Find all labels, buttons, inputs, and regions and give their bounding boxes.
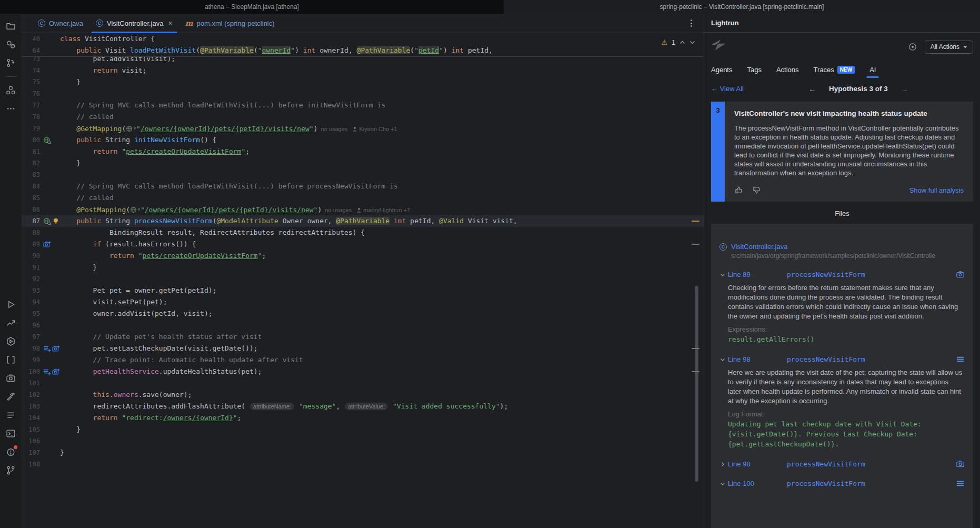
snapshot-camera-icon[interactable] bbox=[956, 460, 965, 469]
code-text[interactable]: public String processNewVisitForm(@Model… bbox=[60, 215, 704, 227]
tab-pom-xml[interactable]: m pom.xml (spring-petclinic) bbox=[179, 14, 281, 33]
line-number[interactable]: 95 bbox=[22, 308, 40, 320]
build-icon[interactable] bbox=[4, 390, 18, 403]
logpoint-icon[interactable] bbox=[43, 345, 51, 353]
code-text[interactable]: Pet pet = owner.getPet(petId); bbox=[60, 285, 704, 296]
code-line-95[interactable]: 95 owner.addVisit(petId, visit); bbox=[22, 308, 704, 320]
bookmarks-icon[interactable] bbox=[4, 353, 18, 366]
code-text[interactable]: } bbox=[60, 424, 704, 435]
code-text[interactable]: BindingResult result, RedirectAttributes… bbox=[60, 227, 704, 238]
prev-hypothesis-icon[interactable]: ← bbox=[808, 84, 816, 93]
line-number[interactable]: 78 bbox=[22, 111, 40, 123]
line-number[interactable]: 79 bbox=[22, 123, 40, 134]
code-text[interactable]: return "redirect:/owners/{ownerId}"; bbox=[60, 412, 704, 424]
code-text[interactable]: @GetMapping(∨"/owners/{ownerId}/pets/{pe… bbox=[60, 123, 704, 134]
code-text[interactable]: // called bbox=[60, 111, 704, 123]
line-number[interactable]: 80 bbox=[22, 134, 40, 146]
sticky-line-40[interactable]: 40class VisitController { bbox=[22, 33, 704, 45]
tab-options-icon[interactable] bbox=[679, 14, 704, 33]
file-link[interactable]: VisitController.java bbox=[731, 243, 787, 251]
code-line-94[interactable]: 94 visit.setPet(pet); bbox=[22, 296, 704, 308]
code-text[interactable]: pet.addVisit(visit); bbox=[60, 57, 704, 65]
line-number[interactable]: 77 bbox=[22, 99, 40, 111]
code-text[interactable] bbox=[60, 169, 704, 181]
structure-icon[interactable] bbox=[4, 83, 18, 97]
code-line-88[interactable]: 88 BindingResult result, RedirectAttribu… bbox=[22, 227, 704, 238]
code-line-98[interactable]: 98 pet.setLastCheckupDate(visit.getDate(… bbox=[22, 343, 704, 354]
tab-ai[interactable]: AI bbox=[869, 61, 876, 78]
line-number[interactable]: 89 bbox=[22, 238, 40, 250]
chevron-right-icon[interactable] bbox=[719, 461, 728, 467]
highlight-actions-icon[interactable] bbox=[908, 42, 917, 52]
code-line-73[interactable]: 73 pet.addVisit(visit); bbox=[22, 57, 704, 65]
line-number[interactable]: 87 bbox=[22, 215, 40, 227]
tab-actions[interactable]: Actions bbox=[776, 61, 799, 78]
code-text[interactable]: return "pets/createOrUpdateVisitForm"; bbox=[60, 146, 704, 157]
tab-visitcontroller-java[interactable]: C VisitController.java × bbox=[89, 14, 179, 33]
thumbs-down-icon[interactable] bbox=[752, 185, 762, 195]
line-number[interactable]: 81 bbox=[22, 146, 40, 157]
line-number[interactable]: 84 bbox=[22, 181, 40, 192]
code-text[interactable]: public Visit loadPetWithVisit(@PathVaria… bbox=[60, 45, 704, 56]
code-line-85[interactable]: 85 // called bbox=[22, 192, 704, 204]
services-icon[interactable] bbox=[4, 334, 18, 348]
screenshot-camera-icon[interactable] bbox=[4, 371, 18, 385]
code-line-102[interactable]: 102 this.owners.save(owner); bbox=[22, 389, 704, 401]
line-number[interactable]: 100 bbox=[22, 366, 40, 377]
line-number[interactable]: 90 bbox=[22, 250, 40, 262]
line-number[interactable]: 104 bbox=[22, 412, 40, 424]
todo-icon[interactable] bbox=[4, 408, 18, 422]
chevron-down-icon[interactable] bbox=[719, 356, 728, 363]
snapshot-camera-icon[interactable] bbox=[43, 241, 51, 248]
code-line-103[interactable]: 103 redirectAttributes.addFlashAttribute… bbox=[22, 401, 704, 412]
code-text[interactable]: pet.setLastCheckupDate(visit.getDate()); bbox=[60, 343, 704, 354]
vcs-commit-icon[interactable] bbox=[4, 56, 18, 69]
line-number[interactable]: 82 bbox=[22, 157, 40, 169]
line-number[interactable]: 75 bbox=[22, 76, 40, 88]
stripe-mark-line-98[interactable] bbox=[692, 348, 699, 349]
close-tab-icon[interactable]: × bbox=[168, 19, 172, 27]
line-number[interactable]: 86 bbox=[22, 204, 40, 215]
tab-agents[interactable]: Agents bbox=[711, 61, 732, 78]
code-line-106[interactable]: 106 bbox=[22, 435, 704, 447]
code-text[interactable] bbox=[60, 320, 704, 331]
code-text[interactable]: redirectAttributes.addFlashAttribute( at… bbox=[60, 401, 704, 412]
code-line-81[interactable]: 81 return "pets/createOrUpdateVisitForm"… bbox=[22, 146, 704, 157]
snapshot-camera-icon[interactable] bbox=[52, 345, 60, 353]
logpoint-icon[interactable] bbox=[956, 355, 965, 364]
file-entry-header[interactable]: Line 98 processNewVisitForm bbox=[719, 460, 965, 469]
line-number[interactable]: 83 bbox=[22, 169, 40, 181]
code-line-76[interactable]: 76 bbox=[22, 88, 704, 99]
rest-endpoint-globe-icon[interactable] bbox=[43, 136, 51, 144]
code-line-80[interactable]: 80 public String initNewVisitForm() { bbox=[22, 134, 704, 146]
code-line-77[interactable]: 77 // Spring MVC calls method loadPetWit… bbox=[22, 99, 704, 111]
stripe-mark-line-87[interactable] bbox=[692, 221, 699, 222]
code-text[interactable] bbox=[60, 88, 704, 99]
terminal-icon[interactable] bbox=[4, 426, 18, 440]
logpoint-icon[interactable] bbox=[43, 368, 51, 376]
code-line-92[interactable]: 92 bbox=[22, 273, 704, 285]
line-number[interactable]: 93 bbox=[22, 285, 40, 296]
line-number[interactable]: 76 bbox=[22, 88, 40, 99]
code-line-89[interactable]: 89 if (result.hasErrors()) { bbox=[22, 238, 704, 250]
line-number[interactable]: 97 bbox=[22, 331, 40, 343]
line-number[interactable]: 99 bbox=[22, 354, 40, 366]
code-text[interactable]: } bbox=[60, 262, 704, 273]
code-line-87[interactable]: 87 public String processNewVisitForm(@Mo… bbox=[22, 215, 704, 227]
sticky-line-64[interactable]: 64 public Visit loadPetWithVisit(@PathVa… bbox=[22, 45, 704, 56]
code-line-86[interactable]: 86 @PostMapping(∨"/owners/{ownerId}/pets… bbox=[22, 204, 704, 215]
code-text[interactable]: petHealthService.updateHealthStatus(pet)… bbox=[60, 366, 704, 377]
code-text[interactable]: visit.setPet(pet); bbox=[60, 296, 704, 308]
intention-bulb-icon[interactable] bbox=[52, 217, 59, 225]
code-line-99[interactable]: 99 // Trace point: Automatic health upda… bbox=[22, 354, 704, 366]
code-line-96[interactable]: 96 bbox=[22, 320, 704, 331]
project-folder-icon[interactable] bbox=[4, 19, 18, 33]
file-entry-header[interactable]: Line 100 processNewVisitForm bbox=[719, 479, 965, 488]
code-line-74[interactable]: 74 return visit; bbox=[22, 65, 704, 76]
code-editor[interactable]: 40class VisitController {64 public Visit… bbox=[22, 33, 704, 528]
code-text[interactable]: // Update pet's health status after visi… bbox=[60, 331, 704, 343]
profiler-icon[interactable] bbox=[4, 316, 18, 330]
next-warning-icon[interactable] bbox=[689, 41, 695, 44]
line-number[interactable]: 107 bbox=[22, 447, 40, 459]
tab-traces[interactable]: TracesNEW bbox=[814, 61, 855, 78]
